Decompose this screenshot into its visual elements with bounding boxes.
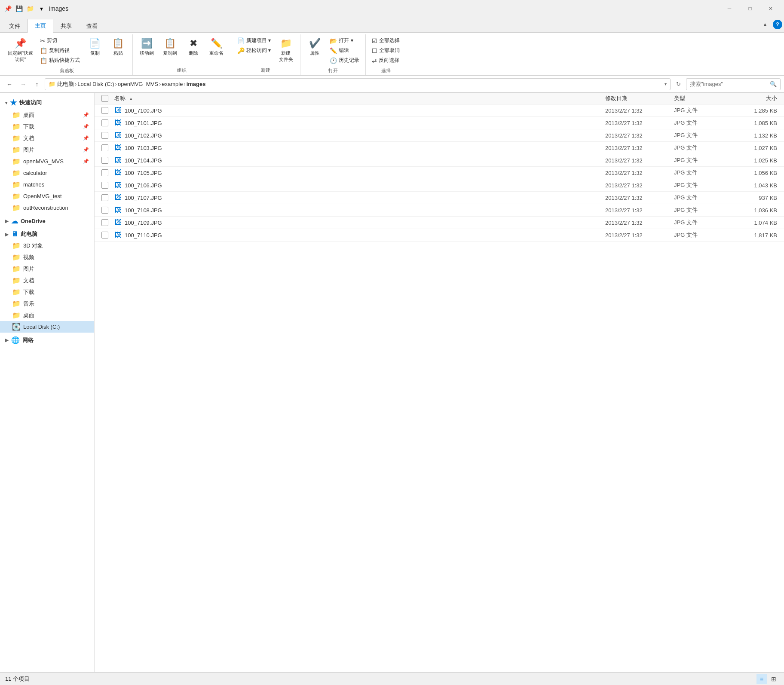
row-checkbox[interactable]	[101, 182, 114, 189]
table-row[interactable]: 🖼 100_7109.JPG 2013/2/27 1:32 JPG 文件 1,0…	[95, 217, 784, 229]
sidebar-item-openmvg[interactable]: 📁 openMVG_MVS 📌	[0, 156, 94, 167]
select-none-button[interactable]: ☐全部取消	[369, 46, 402, 55]
path-part-thispc[interactable]: 此电脑	[57, 80, 74, 88]
row-checkbox[interactable]	[101, 194, 114, 201]
select-all-button[interactable]: ☑全部选择	[369, 36, 402, 45]
sidebar-item-music[interactable]: 📁 音乐	[0, 298, 94, 309]
copy-path-button[interactable]: 📋复制路径	[37, 46, 83, 55]
search-icon[interactable]: 🔍	[770, 81, 777, 87]
sidebar-item-downloads[interactable]: 📁 下载 📌	[0, 121, 94, 132]
path-part-openmvg[interactable]: openMVG_MVS	[118, 81, 158, 87]
sidebar-item-pictures[interactable]: 📁 图片 📌	[0, 144, 94, 156]
path-dropdown-icon[interactable]: ▾	[665, 82, 667, 86]
table-row[interactable]: 🖼 100_7101.JPG 2013/2/27 1:32 JPG 文件 1,0…	[95, 117, 784, 129]
row-checkbox[interactable]	[101, 157, 114, 164]
sidebar-item-openmvgtest[interactable]: 📁 OpenMVG_test	[0, 190, 94, 202]
minimize-button[interactable]: ─	[720, 2, 739, 15]
file-checkbox[interactable]	[101, 107, 108, 114]
large-icons-view-button[interactable]: ⊞	[769, 674, 779, 684]
properties-button[interactable]: ✔️ 属性	[304, 36, 325, 58]
table-row[interactable]: 🖼 100_7106.JPG 2013/2/27 1:32 JPG 文件 1,0…	[95, 179, 784, 192]
row-checkbox[interactable]	[101, 169, 114, 176]
search-bar[interactable]: 🔍	[686, 78, 781, 90]
tab-home[interactable]: 主页	[28, 19, 53, 33]
sidebar-quickaccess-header[interactable]: ▾ ★ 快速访问	[0, 96, 94, 109]
row-checkbox[interactable]	[101, 144, 114, 151]
sidebar-thispc-header[interactable]: ▶ 🖥 此电脑	[0, 229, 94, 240]
help-button[interactable]: ?	[773, 20, 782, 29]
dropdown-arrow[interactable]: ▾	[37, 4, 46, 13]
open-button[interactable]: 📂打开 ▾	[327, 36, 362, 45]
sidebar-item-video[interactable]: 📁 视频	[0, 251, 94, 263]
sidebar-item-desktop2[interactable]: 📁 桌面	[0, 309, 94, 321]
sidebar-item-calculator[interactable]: 📁 calculator	[0, 167, 94, 179]
sidebar-item-docs[interactable]: 📁 文档 📌	[0, 132, 94, 144]
copy-button[interactable]: 📄 复制	[84, 36, 106, 58]
table-row[interactable]: 🖼 100_7108.JPG 2013/2/27 1:32 JPG 文件 1,0…	[95, 204, 784, 217]
table-row[interactable]: 🖼 100_7107.JPG 2013/2/27 1:32 JPG 文件 937…	[95, 192, 784, 204]
file-checkbox[interactable]	[101, 219, 108, 226]
search-input[interactable]	[690, 81, 770, 87]
header-checkbox[interactable]	[101, 95, 114, 102]
col-header-type[interactable]: 类型	[674, 95, 726, 102]
file-checkbox[interactable]	[101, 194, 108, 201]
sidebar-item-localdisk[interactable]: 💽 Local Disk (C:)	[0, 321, 94, 333]
file-checkbox[interactable]	[101, 132, 108, 139]
col-header-name[interactable]: 名称 ▲	[114, 95, 605, 102]
row-checkbox[interactable]	[101, 219, 114, 226]
new-item-button[interactable]: 📄新建项目 ▾	[235, 36, 273, 45]
sidebar-item-downloads2[interactable]: 📁 下载	[0, 286, 94, 298]
sidebar-item-pictures2[interactable]: 📁 图片	[0, 263, 94, 275]
row-checkbox[interactable]	[101, 119, 114, 126]
back-button[interactable]: ←	[3, 78, 15, 90]
sidebar-onedrive-header[interactable]: ▶ ☁ OneDrive	[0, 215, 94, 227]
sidebar-item-3dobject[interactable]: 📁 3D 对象	[0, 240, 94, 251]
table-row[interactable]: 🖼 100_7104.JPG 2013/2/27 1:32 JPG 文件 1,0…	[95, 154, 784, 167]
easy-access-button[interactable]: 🔑轻松访问 ▾	[235, 46, 273, 55]
col-header-size[interactable]: 大小	[726, 95, 777, 102]
address-bar[interactable]: 📁 此电脑 › Local Disk (C:) › openMVG_MVS › …	[45, 78, 671, 90]
select-all-checkbox[interactable]	[101, 95, 108, 102]
file-checkbox[interactable]	[101, 169, 108, 176]
table-row[interactable]: 🖼 100_7105.JPG 2013/2/27 1:32 JPG 文件 1,0…	[95, 167, 784, 179]
move-to-button[interactable]: ➡️ 移动到	[136, 36, 158, 58]
table-row[interactable]: 🖼 100_7100.JPG 2013/2/27 1:32 JPG 文件 1,2…	[95, 104, 784, 117]
file-checkbox[interactable]	[101, 119, 108, 126]
table-row[interactable]: 🖼 100_7103.JPG 2013/2/27 1:32 JPG 文件 1,0…	[95, 142, 784, 154]
path-part-example[interactable]: example	[162, 81, 183, 87]
new-folder-button[interactable]: 📁 新建文件夹	[275, 36, 297, 64]
row-checkbox[interactable]	[101, 232, 114, 239]
cut-button[interactable]: ✂剪切	[37, 36, 83, 45]
sidebar-item-outrecon[interactable]: 📁 outReconstruction	[0, 202, 94, 214]
file-checkbox[interactable]	[101, 182, 108, 189]
close-button[interactable]: ✕	[761, 2, 781, 15]
row-checkbox[interactable]	[101, 132, 114, 139]
path-part-images[interactable]: images	[187, 81, 206, 87]
table-row[interactable]: 🖼 100_7102.JPG 2013/2/27 1:32 JPG 文件 1,1…	[95, 129, 784, 142]
maximize-button[interactable]: □	[740, 2, 760, 15]
row-checkbox[interactable]	[101, 107, 114, 114]
row-checkbox[interactable]	[101, 207, 114, 214]
paste-shortcut-button[interactable]: 📋粘贴快捷方式	[37, 56, 83, 65]
sidebar-item-matches[interactable]: 📁 matches	[0, 179, 94, 190]
file-checkbox[interactable]	[101, 207, 108, 214]
path-part-localdisk[interactable]: Local Disk (C:)	[77, 81, 114, 87]
sidebar-network-header[interactable]: ▶ 🌐 网络	[0, 334, 94, 346]
invert-select-button[interactable]: ⇄反向选择	[369, 56, 402, 65]
details-view-button[interactable]: ≡	[756, 674, 767, 684]
delete-button[interactable]: ✖ 删除	[183, 36, 204, 58]
sidebar-item-desktop[interactable]: 📁 桌面 📌	[0, 109, 94, 121]
file-checkbox[interactable]	[101, 157, 108, 164]
pin-quick-access-button[interactable]: 📌 固定到"快速访问"	[5, 36, 36, 64]
copy-to-button[interactable]: 📋 复制到	[159, 36, 181, 58]
up-button[interactable]: ↑	[31, 78, 43, 90]
edit-button[interactable]: ✏️编辑	[327, 46, 362, 55]
sidebar-item-docs2[interactable]: 📁 文档	[0, 275, 94, 286]
paste-button[interactable]: 📋 粘贴	[107, 36, 129, 58]
tab-file[interactable]: 文件	[2, 19, 28, 33]
tab-view[interactable]: 查看	[79, 19, 105, 33]
file-checkbox[interactable]	[101, 232, 108, 239]
tab-share[interactable]: 共享	[53, 19, 79, 33]
table-row[interactable]: 🖼 100_7110.JPG 2013/2/27 1:32 JPG 文件 1,8…	[95, 229, 784, 242]
file-checkbox[interactable]	[101, 144, 108, 151]
